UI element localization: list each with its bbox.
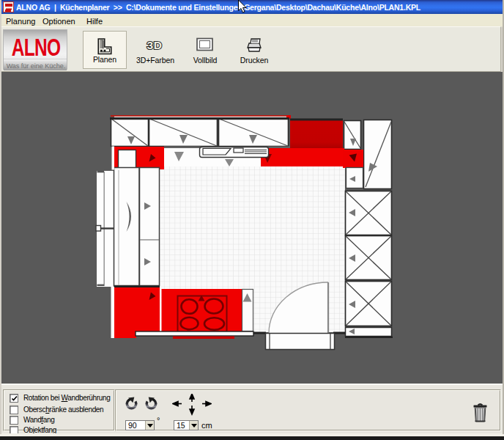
svg-text:3D: 3D	[147, 39, 163, 51]
